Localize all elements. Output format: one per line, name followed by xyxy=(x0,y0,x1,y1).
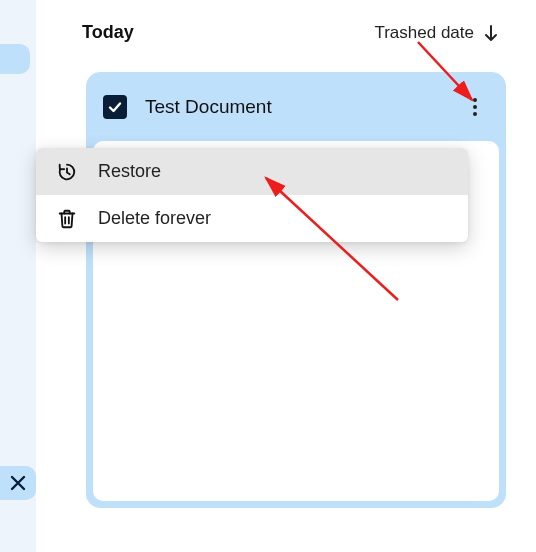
sort-label: Trashed date xyxy=(374,23,474,43)
arrow-down-icon xyxy=(482,24,500,42)
menu-item-label: Delete forever xyxy=(98,208,211,229)
context-menu: Restore Delete forever xyxy=(36,148,468,242)
menu-item-delete-forever[interactable]: Delete forever xyxy=(36,195,468,242)
trash-doc-row[interactable]: Test Document xyxy=(87,73,505,141)
trash-icon xyxy=(56,208,78,230)
sidebar-close-button[interactable] xyxy=(0,466,36,500)
sidebar-gutter xyxy=(0,0,36,552)
menu-item-restore[interactable]: Restore xyxy=(36,148,468,195)
trash-day-card: Test Document xyxy=(86,72,506,508)
check-icon xyxy=(107,99,123,115)
sidebar-tab xyxy=(0,44,30,74)
menu-item-label: Restore xyxy=(98,161,161,182)
doc-checkbox[interactable] xyxy=(103,95,127,119)
sort-toggle[interactable]: Trashed date xyxy=(374,23,500,43)
history-icon xyxy=(56,161,78,183)
more-actions-button[interactable] xyxy=(461,93,489,121)
doc-title: Test Document xyxy=(145,96,461,118)
trash-header: Today Trashed date xyxy=(82,22,500,43)
close-icon xyxy=(9,474,27,492)
section-title: Today xyxy=(82,22,134,43)
kebab-icon xyxy=(473,98,477,116)
